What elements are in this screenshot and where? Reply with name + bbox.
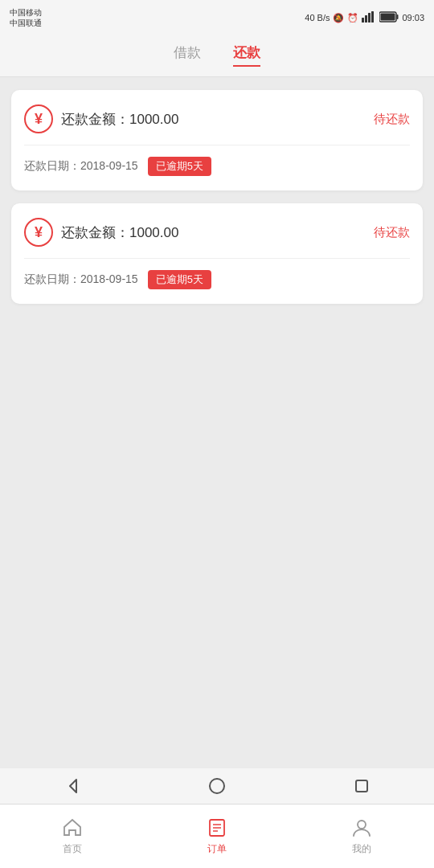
overdue-badge-2: 已逾期5天 (148, 270, 211, 289)
nav-item-home[interactable]: 首页 (61, 817, 84, 856)
nav-label-profile: 我的 (352, 842, 371, 856)
svg-rect-3 (371, 11, 374, 23)
nav-label-home: 首页 (63, 842, 82, 856)
home-icon (61, 817, 84, 839)
top-tabs: 借款 还款 (0, 35, 434, 77)
bottom-nav: 首页 订单 我的 (0, 804, 434, 868)
network-speed: 40 B/s (305, 13, 330, 23)
card-bottom-2: 还款日期：2018-09-15 已逾期5天 (24, 270, 410, 289)
date-label-1: 还款日期：2018-09-15 (24, 159, 138, 174)
order-icon (206, 817, 228, 839)
svg-rect-1 (365, 15, 367, 23)
card-left-2: ¥ 还款金额：1000.00 (24, 218, 178, 247)
card-top-2: ¥ 还款金额：1000.00 待还款 (24, 218, 410, 247)
back-button[interactable] (58, 772, 87, 800)
carrier2: 中国联通 (10, 18, 42, 28)
content-area: ¥ 还款金额：1000.00 待还款 还款日期：2018-09-15 已逾期5天… (0, 77, 434, 800)
status-label-1[interactable]: 待还款 (374, 112, 410, 127)
signal-icon (362, 11, 376, 24)
card-top-1: ¥ 还款金额：1000.00 待还款 (24, 104, 410, 133)
time: 09:03 (402, 13, 424, 23)
alarm-icon: ⏰ (347, 13, 358, 23)
status-bar: 中国移动 中国联通 40 B/s 🔕 ⏰ 09:03 (0, 0, 434, 35)
svg-point-13 (210, 779, 224, 793)
amount-prefix-1: 还款金额： (61, 112, 129, 127)
amount-value-1: 1000.00 (129, 112, 178, 127)
nav-item-profile[interactable]: 我的 (350, 817, 373, 856)
yuan-icon-2: ¥ (24, 218, 53, 247)
overdue-badge-1: 已逾期5天 (148, 157, 211, 176)
svg-point-11 (358, 821, 366, 829)
date-label-2: 还款日期：2018-09-15 (24, 272, 138, 287)
card-bottom-1: 还款日期：2018-09-15 已逾期5天 (24, 157, 410, 176)
tab-borrow[interactable]: 借款 (174, 43, 201, 67)
home-button[interactable] (203, 772, 231, 800)
card-left-1: ¥ 还款金额：1000.00 (24, 104, 178, 133)
repayment-card-1: ¥ 还款金额：1000.00 待还款 还款日期：2018-09-15 已逾期5天 (11, 90, 423, 190)
yuan-icon-1: ¥ (24, 104, 53, 133)
carrier-info: 中国移动 中国联通 (10, 7, 42, 28)
amount-prefix-2: 还款金额： (61, 225, 129, 240)
tab-repay[interactable]: 还款 (233, 43, 260, 67)
profile-icon (350, 817, 373, 839)
nav-item-orders[interactable]: 订单 (206, 817, 228, 856)
status-label-2[interactable]: 待还款 (374, 225, 410, 240)
divider-1 (24, 145, 410, 145)
mute-icon: 🔕 (333, 13, 344, 23)
status-right: 40 B/s 🔕 ⏰ 09:03 (305, 11, 424, 24)
battery-icon (379, 11, 399, 24)
amount-value-2: 1000.00 (129, 225, 178, 240)
divider-2 (24, 258, 410, 259)
svg-marker-12 (70, 780, 76, 792)
nav-label-orders: 订单 (207, 842, 227, 856)
svg-rect-6 (381, 14, 395, 21)
svg-rect-0 (362, 18, 364, 23)
svg-rect-14 (356, 780, 367, 792)
svg-rect-5 (397, 14, 399, 19)
svg-rect-2 (368, 13, 371, 23)
repayment-card-2: ¥ 还款金额：1000.00 待还款 还款日期：2018-09-15 已逾期5天 (11, 203, 423, 304)
amount-label-1: 还款金额：1000.00 (61, 110, 178, 129)
recents-button[interactable] (347, 772, 376, 800)
carrier1: 中国移动 (10, 7, 42, 18)
amount-label-2: 还款金额：1000.00 (61, 223, 178, 242)
